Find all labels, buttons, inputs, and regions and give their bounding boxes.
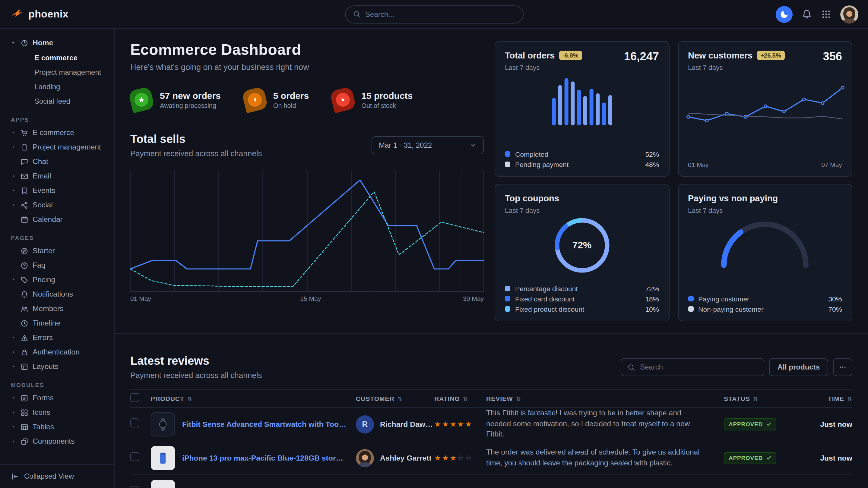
sidebar-item-components[interactable]: Components <box>0 434 114 449</box>
caret-right-icon <box>11 130 16 135</box>
x-axis-label: 15 May <box>300 295 321 302</box>
sidebar-item-starter[interactable]: Starter <box>0 243 114 258</box>
sidebar-item-label: Social <box>33 201 53 209</box>
lock-icon <box>20 348 28 356</box>
dashboard-right-column: Total orders-6.8% Last 7 days 16,247 Com… <box>495 41 852 321</box>
search-icon <box>627 363 635 371</box>
sidebar-section-label-pages: PAGES <box>0 234 114 241</box>
sidebar-item-label: Timeline <box>33 319 60 327</box>
rating-stars: ★★★☆☆ <box>434 453 486 462</box>
brand[interactable]: phoenix <box>10 6 68 22</box>
sidebar-item-notifications[interactable]: Notifications <box>0 287 114 301</box>
review-time: Just now <box>796 454 852 462</box>
column-header-customer[interactable]: CUSTOMER⇅ <box>356 395 434 402</box>
sidebar-item-chat[interactable]: Chat <box>0 154 114 169</box>
share-icon <box>20 201 28 209</box>
stats-row: 57 new ordersAwating processing5 ordersO… <box>130 89 484 111</box>
sidebar-item-label: Forms <box>33 394 54 402</box>
phoenix-logo-icon <box>10 6 24 22</box>
row-checkbox[interactable] <box>130 452 140 461</box>
sidebar-item-label: Faq <box>33 261 45 269</box>
reviews-search-input[interactable] <box>640 363 757 371</box>
sidebar-item-label: Calendar <box>33 215 63 224</box>
sidebar-item-social[interactable]: Social <box>0 198 114 212</box>
column-header-product[interactable]: PRODUCT⇅ <box>151 395 356 402</box>
notifications-button[interactable] <box>802 9 812 19</box>
global-search-input[interactable] <box>365 10 516 19</box>
status-badge: APPROVED <box>724 418 776 430</box>
stat-caption: Awating processing <box>160 102 221 109</box>
product-thumbnail <box>151 412 175 436</box>
icons4-icon <box>20 409 28 416</box>
column-header-review[interactable]: REVIEW⇅ <box>486 395 724 402</box>
new-customers-chart <box>688 79 842 140</box>
column-header-rating[interactable]: RATING⇅ <box>434 395 486 402</box>
theme-toggle-button[interactable] <box>776 6 793 23</box>
stat-value: 57 new orders <box>160 90 221 101</box>
x-axis-label: 07 May <box>821 161 842 168</box>
date-range-value: Mar 1 - 31, 2022 <box>379 141 432 150</box>
latest-reviews-title: Latest reviews <box>130 355 262 368</box>
sidebar-item-email[interactable]: Email <box>0 169 114 183</box>
sidebar-item-label: Project management <box>33 143 101 151</box>
form-icon <box>20 394 28 402</box>
card-title: New customers <box>688 51 752 60</box>
product-link[interactable]: iPhone 13 pro max-Pacific Blue-128GB sto… <box>182 454 346 462</box>
reviews-search[interactable] <box>621 358 764 376</box>
select-all-checkbox[interactable] <box>130 393 140 402</box>
sidebar: Home E commerceProject managementLanding… <box>0 29 115 488</box>
sidebar-item-project-management[interactable]: Project management <box>0 140 114 154</box>
reviews-toolbar: All products <box>621 358 852 376</box>
main-content: Ecommerce Dashboard Here's what's going … <box>115 29 868 488</box>
xmark-blob-icon <box>329 86 356 113</box>
card-title: Total orders <box>505 51 555 60</box>
cart-icon <box>20 129 28 136</box>
date-range-select[interactable]: Mar 1 - 31, 2022 <box>372 136 484 154</box>
row-checkbox[interactable] <box>130 418 140 427</box>
stat-caption: Out of stock <box>361 102 412 109</box>
product-link[interactable]: Fitbit Sense Advanced Smartwatch with To… <box>182 420 346 428</box>
stat-value: 15 products <box>361 90 412 101</box>
customer-name[interactable]: Richard Dawkins <box>380 420 434 428</box>
caret-right-icon <box>11 202 16 207</box>
sidebar-item-members[interactable]: Members <box>0 301 114 316</box>
sidebar-item-events[interactable]: Events <box>0 183 114 198</box>
sidebar-item-tables[interactable]: Tables <box>0 420 114 434</box>
app-launcher-button[interactable] <box>821 9 831 19</box>
sidebar-item-social-feed[interactable]: Social feed <box>0 94 114 108</box>
more-options-button[interactable] <box>833 358 852 376</box>
sidebar-item-home[interactable]: Home <box>0 35 114 51</box>
sidebar-item-label: Home <box>33 39 53 47</box>
global-search[interactable] <box>345 5 523 23</box>
sidebar-item-layouts[interactable]: Layouts <box>0 359 114 374</box>
chevron-down-icon <box>469 142 476 149</box>
components-icon <box>20 437 28 445</box>
customer-name[interactable]: Ashley Garrett <box>380 454 432 462</box>
sidebar-item-faq[interactable]: Faq <box>0 258 114 272</box>
new-customers-x-axis: 01 May07 May <box>688 161 842 170</box>
sidebar-item-e-commerce[interactable]: E commerce <box>0 125 114 140</box>
caret-right-icon <box>11 188 16 193</box>
sidebar-item-e-commerce[interactable]: E commerce <box>0 51 114 65</box>
sidebar-item-landing[interactable]: Landing <box>0 79 114 94</box>
collapsed-view-toggle[interactable]: Collapsed View <box>0 464 114 488</box>
row-checkbox[interactable] <box>130 486 140 488</box>
stat-out-of-stock: 15 productsOut of stock <box>332 89 412 111</box>
all-products-button[interactable]: All products <box>769 358 828 376</box>
sidebar-item-project-management[interactable]: Project management <box>0 65 114 79</box>
sidebar-item-timeline[interactable]: Timeline <box>0 316 114 330</box>
sidebar-item-forms[interactable]: Forms <box>0 391 114 405</box>
legend-item-pending-payment: Pending payment48% <box>505 159 659 169</box>
sidebar-item-pricing[interactable]: Pricing <box>0 272 114 287</box>
sidebar-item-label: Errors <box>33 333 53 342</box>
trend-badge: +26.5% <box>757 50 784 60</box>
sidebar-item-label: Notifications <box>33 290 73 298</box>
sidebar-item-icons[interactable]: Icons <box>0 405 114 420</box>
sidebar-item-errors[interactable]: Errors <box>0 330 114 345</box>
sidebar-item-calendar[interactable]: Calendar <box>0 212 114 227</box>
sidebar-item-authentication[interactable]: Authentication <box>0 345 114 359</box>
chat-icon <box>20 158 28 165</box>
column-header-status[interactable]: STATUS⇅ <box>724 395 796 402</box>
user-avatar[interactable] <box>840 5 858 23</box>
column-header-time[interactable]: TIME⇅ <box>796 395 852 402</box>
